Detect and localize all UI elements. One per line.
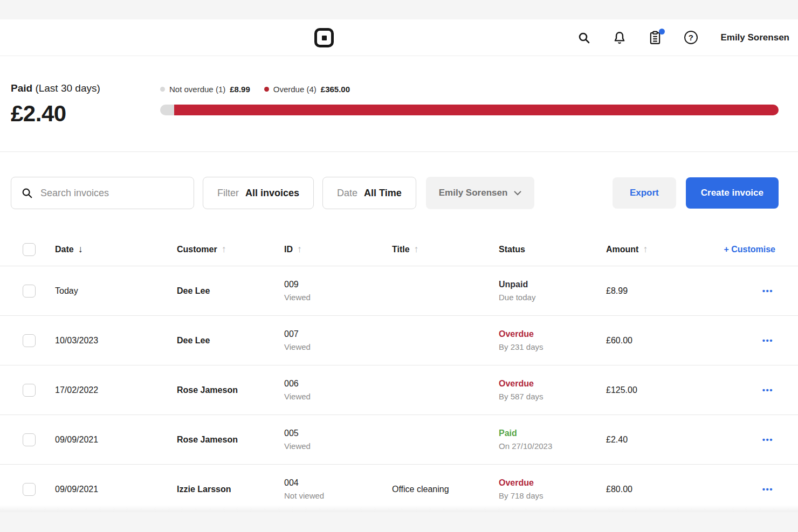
table-header-row: Date ↓ Customer ↑ ID ↑ Title ↑ Status Am… [0,233,798,266]
topbar-actions: ? Emily Sorensen [577,19,789,56]
search-icon[interactable] [577,31,591,45]
search-invoices-box[interactable] [11,177,194,209]
create-invoice-button[interactable]: Create invoice [686,177,779,209]
row-menu-button[interactable]: ••• [762,485,773,494]
table-row[interactable]: 09/09/2021 Rose Jameson 005 Viewed Paid … [0,415,798,465]
content-bottom-shadow [0,505,798,512]
cell-customer: Dee Lee [177,336,284,346]
invoices-clipboard-icon[interactable] [648,31,662,45]
row-checkbox[interactable] [23,334,36,347]
column-header-customer[interactable]: Customer ↑ [177,244,284,255]
cell-amount: £2.40 [606,435,703,445]
row-checkbox[interactable] [23,384,36,397]
cell-amount: £8.99 [606,286,703,296]
overdue-label: Overdue (4) [273,85,317,94]
cell-id: 009 Viewed [284,280,392,302]
overdue-progress-bar [160,105,779,115]
id-viewed-status: Viewed [284,293,392,302]
row-checkbox[interactable] [23,433,36,446]
cell-amount: £60.00 [606,336,703,346]
invoices-summary: Paid (Last 30 days) £2.40 Not overdue (1… [0,56,798,127]
paid-summary: Paid (Last 30 days) £2.40 [11,82,160,127]
square-logo[interactable] [314,28,334,47]
bell-icon[interactable] [613,31,627,45]
filter-label: Filter [217,188,239,199]
cell-status: Unpaid Due today [499,280,606,302]
owner-dropdown[interactable]: Emily Sorensen [426,177,535,209]
section-divider [0,151,798,152]
account-user-name[interactable]: Emily Sorensen [720,32,789,43]
cell-customer: Rose Jameson [177,385,284,395]
status-detail: By 231 days [499,342,606,351]
paid-label: Paid (Last 30 days) [11,82,160,94]
select-all-cell [23,243,55,256]
paid-amount: £2.40 [11,101,160,127]
cell-status: Overdue By 231 days [499,329,606,351]
paid-label-bold: Paid [11,82,32,94]
sort-ascending-icon: ↑ [414,244,419,255]
cell-date: 17/02/2022 [55,385,177,395]
row-menu-button[interactable]: ••• [762,286,773,295]
column-header-id[interactable]: ID ↑ [284,244,392,255]
sort-ascending-icon: ↑ [222,244,226,255]
customise-columns-button[interactable]: + Customise [724,245,775,254]
cell-date: 09/09/2021 [55,435,177,445]
paid-period: (Last 30 days) [35,82,100,94]
sort-descending-icon: ↓ [78,244,83,255]
row-checkbox[interactable] [23,285,36,298]
date-value: All Time [364,188,402,199]
status-badge: Overdue [499,329,606,339]
row-checkbox[interactable] [23,483,36,496]
filter-value: All invoices [245,188,299,199]
date-dropdown[interactable]: Date All Time [322,177,416,209]
table-row[interactable]: 10/03/2023 Dee Lee 007 Viewed Overdue By… [0,316,798,365]
table-row[interactable]: 17/02/2022 Rose Jameson 006 Viewed Overd… [0,365,798,415]
cell-title: Office cleaning [392,485,499,494]
select-all-checkbox[interactable] [23,243,36,256]
bar-overdue-segment [174,105,779,115]
status-detail: By 587 days [499,392,606,401]
page-top-strip [0,0,798,19]
cell-date: Today [55,286,177,296]
footer-band [0,512,798,532]
status-detail: On 27/10/2023 [499,441,606,451]
column-header-title[interactable]: Title ↑ [392,244,499,255]
sort-ascending-icon: ↑ [643,244,648,255]
overdue-dot [264,87,269,92]
invoices-table: Date ↓ Customer ↑ ID ↑ Title ↑ Status Am… [0,233,798,514]
square-logo-inner [322,36,327,40]
row-menu-button[interactable]: ••• [762,435,773,444]
column-header-amount[interactable]: Amount ↑ [606,244,703,255]
column-header-status[interactable]: Status [499,245,606,254]
cell-id: 004 Not viewed [284,478,392,500]
status-badge: Overdue [499,379,606,389]
row-menu-button[interactable]: ••• [762,385,773,395]
filter-dropdown[interactable]: Filter All invoices [203,177,314,209]
not-overdue-label: Not overdue (1) [169,85,225,94]
column-header-date[interactable]: Date ↓ [55,244,177,255]
bar-not-overdue-segment [160,105,174,115]
legend-not-overdue: Not overdue (1) £8.99 [160,85,250,94]
id-viewed-status: Not viewed [284,491,392,500]
row-menu-button[interactable]: ••• [762,336,773,345]
table-row[interactable]: Today Dee Lee 009 Viewed Unpaid Due toda… [0,266,798,316]
cell-customer: Izzie Larsson [177,485,284,494]
cell-date: 09/09/2021 [55,485,177,494]
status-badge: Overdue [499,478,606,488]
page-bottom [0,505,798,532]
sort-ascending-icon: ↑ [297,244,302,255]
cell-amount: £125.00 [606,385,703,395]
cell-customer: Rose Jameson [177,435,284,445]
cell-customer: Dee Lee [177,286,284,296]
date-label: Date [337,188,357,199]
cell-status: Overdue By 587 days [499,379,606,401]
cell-status: Overdue By 718 days [499,478,606,500]
status-detail: Due today [499,293,606,302]
help-icon[interactable]: ? [684,31,698,45]
cell-date: 10/03/2023 [55,336,177,346]
overdue-summary: Not overdue (1) £8.99 Overdue (4) £365.0… [160,82,779,127]
search-invoices-input[interactable] [40,188,184,199]
top-navigation-bar: ? Emily Sorensen [0,19,798,56]
overdue-amount: £365.00 [321,85,350,94]
export-button[interactable]: Export [613,177,676,209]
